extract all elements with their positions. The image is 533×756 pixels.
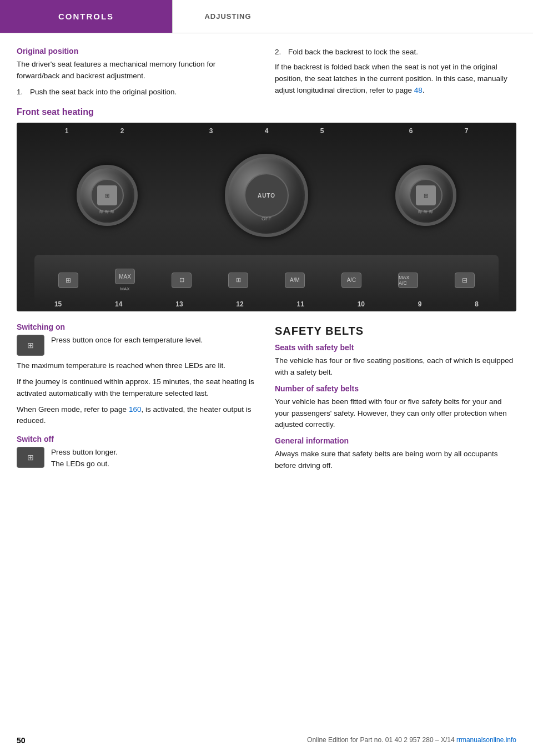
page-footer: 50 Online Edition for Part no. 01 40 2 9… (0, 736, 533, 745)
step-2-num: 2. (275, 47, 284, 58)
left-knob-icon: ⊞ (105, 193, 109, 199)
btn-13: ⊡ (172, 273, 192, 288)
callout-13: 13 (175, 300, 183, 308)
btn-9: MAX A/C (398, 273, 418, 288)
front-seat-heating-title: Front seat heating (17, 107, 516, 117)
btn-9-icon: MAX A/C (398, 273, 418, 288)
btn-14-icon: MAX (115, 269, 135, 284)
adjusting-label: ADJUSTING (204, 12, 251, 21)
right-knob-icon: ⊞ (424, 193, 428, 199)
switching-on-instruction: Press button once for each temperature l… (51, 336, 203, 344)
btn-15-icon: ⊞ (58, 273, 78, 288)
left-knob-container: ⊞ ≋≋≋ (77, 165, 138, 226)
callout-7: 7 (465, 127, 469, 135)
switch-off-icon: ⊞ (17, 447, 44, 468)
step-1-num: 1. (17, 87, 26, 98)
btn-8: ⊟ (455, 273, 475, 288)
left-knob-btn: ⊞ (97, 185, 117, 205)
page-header: CONTROLS ADJUSTING (0, 0, 533, 33)
switch-off-icon-symbol: ⊞ (27, 453, 34, 462)
number-of-belts-title: Number of safety belts (275, 384, 516, 393)
callout-11: 11 (297, 300, 304, 308)
switching-on-text: Press button once for each temperature l… (51, 335, 203, 346)
controls-label: CONTROLS (58, 12, 114, 21)
front-seat-heating-section: Front seat heating 1 2 3 4 5 6 7 (0, 107, 533, 311)
lower-right-col: SAFETY BELTS Seats with safety belt The … (275, 322, 516, 476)
btn-13-icon: ⊡ (172, 273, 192, 288)
btn-12: ⊞ (228, 273, 248, 288)
right-column: 2. Fold back the backrest to lock the se… (275, 47, 516, 102)
callout-3: 3 (209, 127, 213, 135)
page-number: 50 (17, 736, 26, 745)
center-knob: AUTO OFF (225, 154, 308, 237)
footer-site: rrmanualsonline.info (456, 736, 516, 744)
btn-14-label: MAX (120, 286, 129, 291)
auto-text: AUTO (258, 193, 275, 199)
header-adjusting-tab: ADJUSTING (172, 0, 283, 33)
btn-12-icon: ⊞ (228, 273, 248, 288)
step-1: 1. Push the seat back into the original … (17, 87, 258, 98)
callout-14: 14 (115, 300, 122, 308)
callout-4: 4 (265, 127, 269, 135)
footer-online-text: Online Edition for Part no. 01 40 2 957 … (307, 736, 516, 745)
lower-content: Switching on ⊞ Press button once for eac… (0, 322, 533, 476)
callout-5: 5 (320, 127, 324, 135)
seats-with-belt-title: Seats with safety belt (275, 343, 516, 352)
btn-11-icon: A/M (285, 273, 305, 288)
btn-11: A/M (285, 273, 305, 288)
center-knob-inner: AUTO (244, 173, 289, 218)
seats-with-belt-text: The vehicle has four or five seating pos… (275, 355, 516, 379)
switching-on-icon: ⊞ (17, 335, 44, 356)
original-position-title: Original position (17, 47, 258, 56)
car-panel: 1 2 3 4 5 6 7 ⊞ ≋ (17, 123, 516, 311)
left-knob-inner: ⊞ (90, 179, 124, 212)
car-control-image: 1 2 3 4 5 6 7 ⊞ ≋ (17, 123, 516, 311)
switching-on-block: ⊞ Press button once for each temperature… (17, 335, 258, 356)
switching-on-para3: When Green mode, refer to page 160, is a… (17, 404, 258, 427)
top-content: Original position The driver's seat feat… (0, 33, 533, 102)
callout-numbers-top: 1 2 3 4 5 6 7 (17, 127, 516, 135)
right-knob-btn: ⊞ (416, 185, 436, 205)
callout-1: 1 (65, 127, 69, 135)
btn-10: A/C (341, 273, 361, 288)
lower-left-col: Switching on ⊞ Press button once for eac… (17, 322, 258, 476)
original-position-para2: If the backrest is folded back when the … (275, 62, 516, 97)
right-knob-sss: ≋≋≋ (418, 209, 434, 215)
switch-off-block: ⊞ Press button longer. The LEDs go out. (17, 447, 258, 470)
switch-off-text: Press button longer. The LEDs go out. (51, 447, 118, 470)
callout-numbers-bottom: 15 14 13 12 11 10 9 8 (17, 300, 516, 308)
switching-on-title: Switching on (17, 322, 258, 331)
step-2-text: Fold back the backrest to lock the seat. (288, 47, 418, 58)
callout-12: 12 (236, 300, 243, 308)
callout-2: 2 (120, 127, 124, 135)
number-of-belts-text: Your vehicle has been fitted with four o… (275, 396, 516, 431)
right-knob: ⊞ ≋≋≋ (395, 165, 456, 226)
right-knob-container: ⊞ ≋≋≋ (395, 165, 456, 226)
safety-belts-title: SAFETY BELTS (275, 325, 516, 337)
btn-14: MAX MAX (115, 269, 135, 291)
callout-15: 15 (54, 300, 62, 308)
original-position-para1: The driver's seat features a mechanical … (17, 59, 258, 82)
off-text: OFF (262, 216, 271, 221)
switching-on-para1: The maximum temperature is reached when … (17, 360, 258, 372)
callout-6: 6 (409, 127, 413, 135)
header-controls-tab: CONTROLS (0, 0, 172, 33)
switch-off-instruction2: The LEDs go out. (51, 458, 118, 470)
callout-8: 8 (475, 300, 479, 308)
step-1-text: Push the seat back into the original pos… (30, 87, 177, 98)
switch-off-instruction1: Press button longer. (51, 447, 118, 458)
btn-10-icon: A/C (341, 273, 361, 288)
switch-icon-symbol: ⊞ (27, 341, 34, 350)
knobs-area: ⊞ ≋≋≋ AUTO OFF (22, 139, 511, 252)
general-info-title: General information (275, 436, 516, 445)
switching-on-para2: If the journey is continued within appro… (17, 376, 258, 400)
right-knob-inner: ⊞ (409, 179, 443, 212)
left-knob: ⊞ ≋≋≋ (77, 165, 138, 226)
center-knob-container: AUTO OFF (225, 154, 308, 237)
button-panel: ⊞ MAX MAX ⊡ ⊞ A/M A/C (34, 255, 499, 306)
general-info-text: Always make sure that safety belts are b… (275, 448, 516, 472)
page-link-160[interactable]: 160 (129, 405, 142, 414)
page-link-48[interactable]: 48 (414, 86, 423, 94)
callout-10: 10 (358, 300, 365, 308)
callout-9: 9 (418, 300, 422, 308)
